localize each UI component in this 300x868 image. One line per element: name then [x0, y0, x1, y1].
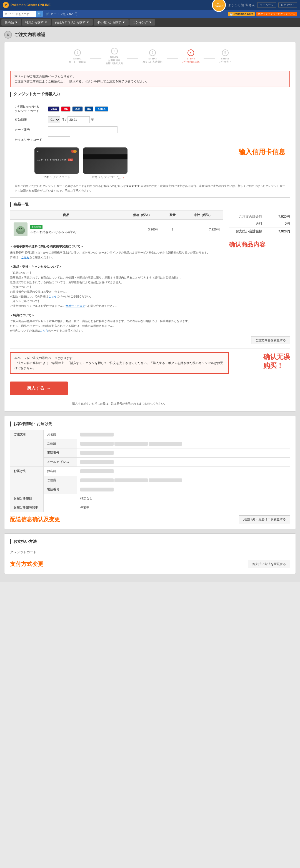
card-visual-row: ■ 1234 5678 9012 3456 123 セキュリティコード	[15, 148, 285, 179]
payment-value: 7,920円	[268, 229, 290, 234]
month-select[interactable]: 01020304 05060708 09101112	[48, 116, 60, 123]
year-input[interactable]	[67, 116, 90, 123]
search-button[interactable]: 🔍	[36, 11, 43, 17]
step-4-label: STEP.4ご注文内容確認	[182, 57, 200, 64]
delivery-phone-row: 電話番号	[10, 485, 290, 494]
name-value	[77, 430, 290, 439]
cart-label: カート	[51, 12, 60, 16]
chevron-icon: ▼	[149, 21, 152, 24]
address-label: ご住所	[43, 439, 77, 448]
customer-table: ご注文者 お名前 ご住所 電話番号	[10, 430, 290, 512]
nav-new-products[interactable]: 新商品 ▼	[1, 19, 21, 26]
buy-section-wrapper: 本ページがご注文の最終ページとなります。 ご注文内容に事前に よくご確認の上、「…	[10, 352, 290, 406]
delivery-address-row: ご住所	[10, 476, 290, 485]
card-images: ■ 1234 5678 9012 3456 123 セキュリティコード	[15, 148, 147, 179]
change-payment-button[interactable]: お支払い方法を変更する	[248, 560, 290, 568]
card-visuals-wrap: ■ 1234 5678 9012 3456 123 セキュリティコード	[15, 148, 147, 179]
annotation-cn2: 确认商品内容	[229, 241, 290, 249]
buy-after-note: 購入するボタンを押した後は、注文番号が表示されるまでお待ちください。	[10, 402, 229, 406]
chevron-icon: ▼	[86, 21, 89, 24]
product-table: 商品 価格（税込） 数量 小計（税込）	[10, 211, 223, 239]
step-connector-3	[167, 58, 178, 59]
return-link[interactable]: こちら	[48, 295, 57, 298]
card-number-input[interactable]	[48, 126, 118, 133]
card-logo-display	[71, 150, 77, 154]
product-details: 事前販売 ふわふわ抱きぬいぐるみ みがわり	[30, 225, 77, 234]
phone-label: 電話番号	[43, 448, 77, 458]
support-link[interactable]: サポートデスク	[65, 304, 85, 307]
buy-section: 本ページがご注文の最終ページとなります。 ご注文内容に事前に よくご確認の上、「…	[10, 352, 229, 406]
name-blurred	[80, 433, 114, 436]
change-order-button[interactable]: ご注文内容を変更する	[251, 336, 290, 344]
change-delivery-button[interactable]: お届け先・お届け日を変更する	[239, 515, 290, 523]
nav-pokemon[interactable]: ポケモンから探す ▼	[94, 19, 129, 26]
jcb-logo: JCB	[72, 106, 83, 112]
product-qty-cell: 2	[162, 220, 183, 239]
steps-row: 1 STEP.1カート一覧確認 2 STEP.2お客様情報お届け先の入力 3 S…	[10, 48, 290, 65]
cc-expiry-value: 01020304 05060708 09101112 月 / 年	[48, 116, 285, 123]
annotation-cn1: 输入信用卡信息	[239, 148, 285, 156]
nav-bar: 新商品 ▼ 特集から探す ▼ 商品カテゴリから探す ▼ ポケモンから探す ▼ ラ…	[0, 18, 300, 27]
step-3-label: STEP.3お支払い方法選択	[143, 57, 162, 64]
mastercard-logo: MC	[61, 106, 70, 112]
shipping-label: 送料	[256, 221, 262, 226]
card-number-display: 1234 5678 9012 3456 123	[37, 158, 76, 161]
delivery-label: お届け先	[10, 467, 43, 494]
summary-section: ご注文合計金額 7,920円 送料 0円 お支払い合計金額 7,920円 确认商…	[229, 202, 290, 249]
payment-label: お支払い合計金額	[236, 229, 262, 234]
del-addr-blurred1	[80, 478, 114, 482]
product-subtotal-cell: 7,920円	[183, 220, 223, 239]
customer-section-title: お客様情報・お届け先	[10, 422, 290, 427]
nav-ranking[interactable]: ランキング ▼	[129, 19, 155, 26]
email-label: メールア ドレス	[43, 458, 77, 467]
table-row: 事前販売 ふわふわ抱きぬいぐるみ みがわり 3,960円 2 7,920円	[10, 220, 223, 239]
campaign-button[interactable]: ポケモンセンターのキャンペーン	[257, 12, 297, 17]
step-1: 1 STEP.1カート一覧確認	[64, 50, 90, 64]
security-code-input[interactable]	[48, 136, 70, 143]
cc-number-label: カード番号	[15, 128, 48, 132]
col-product: 商品	[10, 211, 122, 220]
search-input[interactable]	[3, 11, 36, 17]
email-blurred	[80, 460, 114, 464]
card-front: ■ 1234 5678 9012 3456 123	[34, 148, 79, 174]
cc-form: ご利用いただけるクレジットカード VISA MC JCB DC AMEX 有効期…	[10, 100, 290, 198]
annotation-cn3-wrap: 确认无误 购买！	[235, 352, 290, 370]
svg-point-3	[21, 228, 22, 229]
delivery-date-spacer	[43, 494, 77, 503]
annotation-cn5: 支付方式变更	[10, 560, 43, 568]
cart-info: 🛒 カート 2点 7,920円	[46, 12, 78, 16]
special-link[interactable]: こちら	[40, 329, 48, 332]
date-select-row: 01020304 05060708 09101112 月 / 年	[48, 116, 285, 123]
delivery-address-value	[77, 476, 290, 485]
name-label: お名前	[43, 430, 77, 439]
chevron-icon: ▼	[122, 21, 125, 24]
product-section-wrapper: 商品一覧 商品 価格（税込） 数量 小計（税込）	[10, 202, 290, 333]
order-total-value: 7,920円	[268, 214, 290, 219]
chevron-icon: ▼	[15, 21, 18, 24]
amex-logo: AMEX	[95, 106, 108, 112]
step-3: 3 STEP.3お支払い方法選択	[138, 50, 167, 64]
address-blurred3	[149, 442, 182, 446]
address-blurred2	[115, 442, 148, 446]
logout-link[interactable]: ログアウト	[278, 2, 297, 8]
card-cvv-wrap: 123 ↑	[86, 164, 125, 181]
col-subtotal: 小計（税込）	[183, 211, 223, 220]
buy-button[interactable]: 購入する →	[10, 381, 68, 395]
step-5: 5 STEP.5ご注文完了	[215, 50, 236, 64]
nav-category[interactable]: 商品カテゴリから探す ▼	[52, 19, 93, 26]
special-section: ＜特典について＞ ご購入商品が特典のプレゼント対象の場合、商品一覧に、商品ととも…	[10, 313, 223, 333]
year-label: 年	[91, 118, 94, 122]
card-front-wrap: ■ 1234 5678 9012 3456 123 セキュリティコード	[34, 148, 79, 179]
card-back: 123 ↑	[83, 148, 127, 174]
summary-shipping: 送料 0円	[229, 220, 290, 227]
nav-special[interactable]: 特集から探す ▼	[22, 19, 51, 26]
annotation-cn1-wrap: 输入信用卡信息	[153, 148, 285, 156]
tax-note-link[interactable]: こちら	[21, 256, 29, 259]
address-value	[77, 439, 290, 448]
my-page-link[interactable]: マイページ	[257, 2, 276, 8]
buy-button-wrap: 購入する →	[10, 377, 229, 400]
shipping-value: 0円	[268, 221, 290, 226]
step-1-circle: 1	[74, 50, 81, 56]
step-2: 2 STEP.2お客様情報お届け先の入力	[101, 48, 127, 65]
product-price-cell: 3,960円	[122, 220, 162, 239]
